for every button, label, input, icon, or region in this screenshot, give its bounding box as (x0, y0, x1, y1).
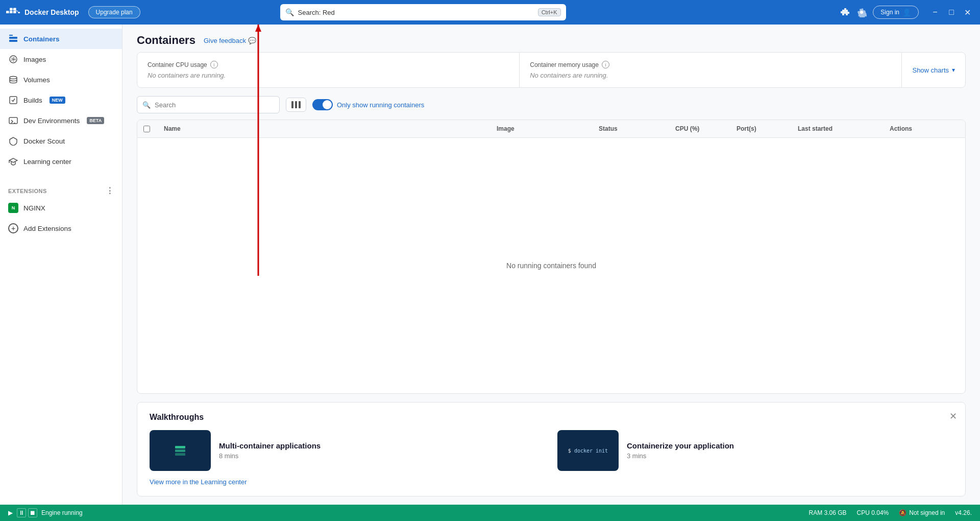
gear-icon (856, 7, 867, 17)
container-toolbar: 🔍 Only show running containers (137, 96, 966, 113)
puzzle-icon (840, 7, 850, 17)
sidebar-item-images[interactable]: Images (0, 49, 122, 69)
minimize-button[interactable]: − (929, 8, 941, 17)
cpu-stat-title: Container CPU usage i (148, 61, 509, 68)
th-status: Status (593, 125, 669, 132)
engine-status: ▶ ⏸ ⏹ Engine running (8, 508, 83, 517)
add-circle-icon: + (8, 223, 18, 233)
svg-rect-6 (9, 37, 17, 39)
upgrade-plan-button[interactable]: Upgrade plan (88, 6, 140, 18)
th-actions-label: Actions (890, 125, 912, 132)
main-layout: Containers Images Volumes Builds NEW (0, 25, 980, 505)
settings-icon-button[interactable] (856, 7, 867, 17)
grid-bar-2 (295, 101, 297, 108)
extensions-icon-button[interactable] (840, 7, 850, 17)
docker-scout-icon (8, 136, 18, 146)
docker-init-code: $ docker init (568, 448, 608, 454)
feedback-icon: 💬 (248, 37, 256, 44)
select-all-checkbox[interactable] (143, 126, 150, 132)
close-button[interactable]: ✕ (962, 8, 974, 17)
walkthroughs-title: Walkthroughs (150, 413, 953, 422)
statusbar: ▶ ⏸ ⏹ Engine running RAM 3.06 GB CPU 0.0… (0, 505, 980, 521)
svg-point-9 (10, 56, 17, 63)
sign-in-button[interactable]: Sign in 👤 (873, 6, 919, 19)
show-charts-button[interactable]: Show charts ▾ (902, 53, 965, 87)
svg-rect-7 (9, 40, 17, 42)
svg-rect-3 (10, 8, 13, 11)
sidebar-item-docker-scout[interactable]: Docker Scout (0, 131, 122, 151)
extensions-menu-button[interactable]: ⋮ (106, 186, 114, 196)
th-image-label: Image (497, 125, 514, 132)
svg-point-10 (12, 58, 15, 61)
close-walkthroughs-button[interactable]: ✕ (949, 411, 957, 422)
sidebar-item-nginx[interactable]: N NGINX (0, 198, 122, 218)
walkthrough-title-1: Multi-container applications (219, 441, 321, 450)
beta-badge: BETA (87, 117, 104, 124)
ram-status: RAM 3.06 GB (809, 509, 847, 516)
table-body: No running containers found (137, 138, 965, 393)
th-status-label: Status (599, 125, 618, 132)
search-input[interactable] (298, 9, 534, 16)
svg-rect-2 (13, 11, 16, 13)
svg-rect-13 (10, 97, 17, 104)
add-extensions-button[interactable]: + Add Extensions (0, 218, 122, 239)
stack-layers-icon (175, 446, 185, 456)
walkthrough-card-2[interactable]: $ docker init Containerize your applicat… (557, 430, 953, 471)
table-header: Name Image Status CPU (%) Port(s) Last s… (137, 120, 965, 138)
grid-bar-3 (299, 101, 301, 108)
sidebar-item-label: Builds (23, 97, 42, 104)
memory-stat-card: Container memory usage i No containers a… (520, 53, 902, 87)
grid-view-button[interactable] (286, 98, 306, 112)
cpu-status: CPU 0.04% (857, 509, 889, 516)
running-toggle[interactable] (312, 99, 333, 110)
stats-row: Container CPU usage i No containers are … (137, 52, 966, 88)
version-status: v4.26. (955, 509, 972, 516)
th-cpu: CPU (%) (669, 125, 730, 132)
sidebar-item-volumes[interactable]: Volumes (0, 69, 122, 90)
container-search-input[interactable] (155, 101, 274, 109)
th-checkbox (137, 125, 158, 132)
maximize-button[interactable]: □ (945, 8, 958, 17)
new-badge: NEW (50, 97, 65, 104)
pause-button[interactable]: ⏸ (17, 508, 26, 517)
no-sign-icon: 🔕 (899, 509, 906, 516)
content-header: Containers Give feedback 💬 (122, 25, 980, 52)
volumes-icon (8, 75, 18, 85)
walkthrough-title-2: Containerize your application (627, 441, 734, 450)
walkthrough-thumb-2: $ docker init (557, 430, 619, 471)
not-signed-label: Not signed in (909, 509, 945, 516)
sidebar-item-builds[interactable]: Builds NEW (0, 90, 122, 110)
svg-rect-1 (10, 11, 13, 13)
view-more-link[interactable]: View more in the Learning center (150, 478, 953, 486)
images-icon (8, 54, 18, 64)
stop-button[interactable]: ⏹ (28, 508, 37, 517)
extensions-section-header: Extensions ⋮ (0, 180, 122, 198)
container-search-wrap: 🔍 (137, 96, 280, 113)
svg-rect-0 (6, 11, 9, 13)
page-title: Containers (137, 34, 195, 47)
walkthrough-duration-1: 8 mins (219, 452, 321, 460)
walkthrough-card-1[interactable]: Multi-container applications 8 mins (150, 430, 545, 471)
svg-rect-8 (9, 35, 13, 36)
sidebar-item-label: NGINX (23, 204, 45, 212)
memory-info-icon[interactable]: i (602, 61, 609, 68)
memory-stat-title: Container memory usage i (530, 61, 891, 68)
feedback-label: Give feedback (204, 37, 246, 44)
app-brand: Docker Desktop (6, 7, 79, 17)
window-controls: − □ ✕ (929, 8, 974, 17)
th-ports: Port(s) (730, 125, 792, 132)
sidebar-item-label: Dev Environments (23, 117, 80, 125)
sidebar-item-label: Images (23, 56, 46, 63)
th-name-label: Name (164, 125, 181, 132)
th-actions: Actions (884, 125, 965, 132)
sidebar-item-containers[interactable]: Containers (0, 29, 122, 49)
cpu-info-icon[interactable]: i (210, 61, 218, 68)
walkthrough-info-2: Containerize your application 3 mins (627, 441, 734, 460)
sidebar-item-dev-environments[interactable]: Dev Environments BETA (0, 110, 122, 131)
walkthrough-info-1: Multi-container applications 8 mins (219, 441, 321, 460)
sidebar-item-label: Learning center (23, 158, 71, 165)
docker-logo-icon (6, 7, 20, 17)
feedback-link[interactable]: Give feedback 💬 (204, 37, 256, 44)
sidebar-item-label: Containers (23, 35, 60, 43)
sidebar-item-learning-center[interactable]: Learning center (0, 151, 122, 172)
